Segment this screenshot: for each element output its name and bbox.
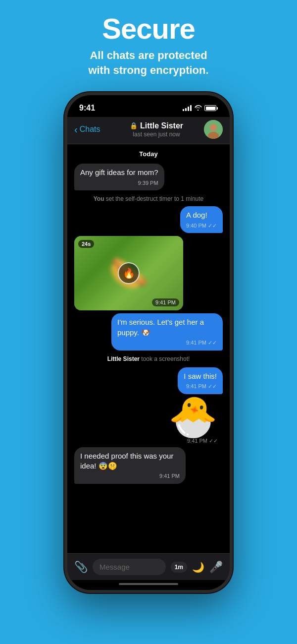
svg-point-1 bbox=[210, 124, 217, 131]
chat-header-center: 🔒 Little Sister last seen just now bbox=[109, 121, 204, 138]
chat-status: last seen just now bbox=[133, 131, 180, 138]
phone-wrapper: 9:41 bbox=[64, 92, 233, 593]
mic-button[interactable]: 🎤 bbox=[209, 561, 223, 574]
message-bubble-outgoing: A dog! 9:40 PM ✓✓ bbox=[180, 206, 223, 233]
message-time: 9:41 PM bbox=[186, 339, 206, 347]
message-input[interactable]: Message bbox=[93, 559, 166, 575]
message-ticks: ✓✓ bbox=[208, 383, 217, 390]
back-label: Chats bbox=[80, 125, 100, 134]
message-bubble-proof: I needed proof this was your idea! 😨🤫 9:… bbox=[74, 447, 186, 484]
phone-frame: 9:41 bbox=[64, 92, 233, 593]
message-bubble-serious: I'm serious. Let's get her a puppy. 🐶 9:… bbox=[111, 313, 223, 350]
message-ticks: ✓✓ bbox=[208, 339, 217, 347]
message-time: 9:41 PM bbox=[159, 472, 180, 480]
sticker-emoji: 🐣 bbox=[168, 397, 218, 437]
home-bar bbox=[119, 583, 178, 585]
message-bubble-saw: I saw this! 9:41 PM ✓✓ bbox=[178, 367, 223, 394]
lock-icon: 🔒 bbox=[130, 122, 138, 129]
chat-name: 🔒 Little Sister bbox=[130, 121, 183, 130]
phone-screen: 9:41 bbox=[67, 95, 230, 590]
message-row-proof: I needed proof this was your idea! 😨🤫 9:… bbox=[74, 447, 223, 484]
promo-title: Secure bbox=[10, 14, 287, 44]
screenshot-notice: Little Sister took a screenshot! bbox=[74, 355, 223, 362]
status-time: 9:41 bbox=[79, 104, 95, 113]
message-row-serious: I'm serious. Let's get her a puppy. 🐶 9:… bbox=[74, 313, 223, 350]
message-time: 9:40 PM bbox=[186, 222, 206, 230]
message-row-outgoing: A dog! 9:40 PM ✓✓ bbox=[74, 206, 223, 233]
chat-header: ‹ Chats 🔒 Little Sister last seen just n… bbox=[67, 117, 230, 144]
status-icons bbox=[183, 104, 218, 112]
input-bar: 📎 Message 1m 🌙 🎤 bbox=[67, 553, 230, 580]
messages-area: Today Any gift ideas for mom? 9:39 PM Yo… bbox=[67, 144, 230, 553]
system-message: You set the self-destruct timer to 1 min… bbox=[74, 195, 223, 202]
home-indicator bbox=[67, 580, 230, 590]
promo-section: Secure All chats are protectedwith stron… bbox=[0, 0, 297, 87]
message-row-saw: I saw this! 9:41 PM ✓✓ bbox=[74, 367, 223, 394]
sticker-row: 🐣 9:41 PM ✓✓ bbox=[74, 397, 223, 444]
moon-button[interactable]: 🌙 bbox=[192, 561, 204, 573]
flame-icon: 🔥 bbox=[123, 267, 135, 279]
media-message[interactable]: 24s 🌭 🔥 9:41 PM bbox=[74, 236, 183, 310]
message-time: 9:39 PM bbox=[138, 179, 158, 187]
battery-icon bbox=[204, 105, 218, 111]
avatar[interactable] bbox=[204, 120, 223, 139]
message-bubble-incoming: Any gift ideas for mom? 9:39 PM bbox=[74, 164, 164, 190]
attach-button[interactable]: 📎 bbox=[74, 561, 88, 574]
back-button[interactable]: ‹ Chats bbox=[74, 124, 109, 135]
sticker-time: 9:41 PM ✓✓ bbox=[187, 438, 218, 444]
message-time: 9:41 PM bbox=[186, 383, 206, 390]
message-row-media: 24s 🌭 🔥 9:41 PM bbox=[74, 236, 223, 310]
message-row: Any gift ideas for mom? 9:39 PM bbox=[74, 164, 223, 190]
timer-badge[interactable]: 1m bbox=[171, 562, 187, 573]
signal-icon bbox=[183, 105, 192, 111]
wifi-icon bbox=[194, 104, 202, 112]
media-time-badge: 9:41 PM bbox=[152, 298, 179, 306]
date-divider: Today bbox=[74, 150, 223, 158]
message-placeholder: Message bbox=[99, 563, 130, 571]
message-ticks: ✓✓ bbox=[208, 222, 217, 230]
back-chevron-icon: ‹ bbox=[74, 124, 78, 135]
promo-subtitle: All chats are protectedwith strong encry… bbox=[10, 48, 287, 77]
notch bbox=[119, 95, 178, 109]
media-timer-badge: 24s bbox=[78, 240, 94, 248]
